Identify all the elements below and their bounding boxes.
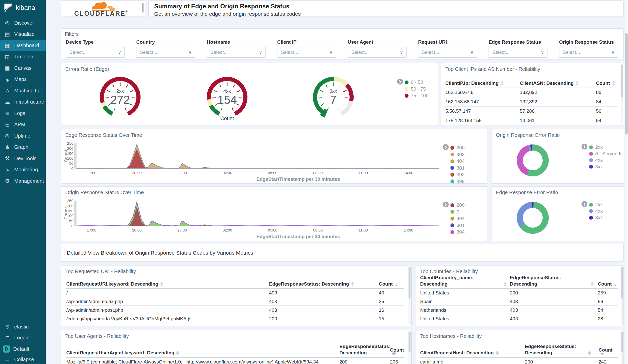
table-cell: Spain [420, 299, 507, 304]
user-icon: ⊙ [4, 324, 11, 330]
panel-scrollbar[interactable] [409, 332, 411, 364]
sidebar-item-management[interactable]: ⚙Management [0, 175, 46, 187]
legend-label: 0 [457, 209, 459, 215]
sort-icon[interactable] [612, 81, 615, 86]
legend-expand-icon[interactable]: ❯ [582, 201, 587, 207]
sort-icon[interactable] [501, 81, 504, 86]
legend-expand-icon[interactable]: ❯ [582, 144, 587, 150]
legend-expand-icon[interactable]: ❯ [443, 144, 449, 150]
filter-select-hostname[interactable]: Select...∨ [207, 47, 266, 58]
legend-item-404[interactable]: 404 [450, 158, 465, 164]
sort-icon[interactable] [504, 282, 507, 286]
legend-item-301[interactable]: 301 [450, 165, 465, 171]
filter-select-edge-response-status[interactable]: Select...∨ [489, 47, 547, 58]
sidebar-item-label: Default [13, 346, 29, 352]
panel-scrollbar[interactable] [409, 267, 411, 324]
kibana-logo[interactable]: kibana [4, 3, 35, 12]
column-header-edgeresponsestatus-descending[interactable]: EdgeResponseStatus: Descending [525, 339, 591, 356]
sidebar-item-dashboard[interactable]: ▦Dashboard [0, 40, 46, 51]
sidebar-item-infrastructure[interactable]: ☁Infrastructure [0, 96, 46, 108]
kibana-dashboard-app: kibana ◎Discover▤Visualize▦Dashboard◲Tim… [0, 0, 628, 364]
filter-select-origin-response-status[interactable]: Select...∨ [559, 47, 618, 58]
column-header-clientrequesturi-keyword-descending[interactable]: ClientRequestURI.keyword: Descending [66, 278, 264, 287]
sort-icon[interactable] [351, 282, 354, 286]
legend-expand-icon[interactable]: ❯ [397, 79, 403, 85]
legend-expand-icon[interactable]: ❯ [443, 202, 449, 207]
filter-select-device-type[interactable]: Select...∨ [66, 47, 125, 58]
filter-select-client-ip[interactable]: Select...∨ [277, 47, 336, 58]
sort-icon[interactable] [176, 351, 179, 355]
sort-icon[interactable] [392, 353, 395, 355]
legend-item-50-75[interactable]: 50 - 75 [405, 86, 426, 92]
logo-panel-scrollbar[interactable] [142, 3, 144, 14]
sort-icon[interactable] [591, 282, 594, 286]
legend-item-0[interactable]: 0 [450, 209, 459, 215]
column-header-count[interactable]: Count [390, 339, 408, 356]
column-header-edgeresponsestatus-descending[interactable]: EdgeResponseStatus: Descending [339, 339, 384, 356]
sidebar-item-timelion[interactable]: ◲Timelion [0, 51, 46, 62]
page-scrollbar-thumb[interactable] [625, 33, 628, 135]
column-header-clientip-country-name-descending[interactable]: ClientIP.country_name: Descending [420, 278, 507, 287]
sidebar-item-graph[interactable]: ⋔Graph [0, 142, 46, 153]
legend-item-304[interactable]: 304 [450, 229, 465, 235]
legend-item-2xx[interactable]: 2xx [589, 144, 603, 150]
sidebar-item-visualize[interactable]: ▤Visualize [0, 29, 46, 40]
column-header-clientip-ip-descending[interactable]: ClientIP.ip: Descending [445, 76, 518, 87]
table-cell: 242 [599, 359, 619, 364]
legend-item-301[interactable]: 301 [450, 223, 465, 228]
sort-icon[interactable] [588, 351, 591, 355]
sidebar-item-collapse[interactable]: ←Collapse [0, 354, 46, 364]
legend-item-404[interactable]: 404 [450, 216, 465, 221]
legend-item-0-50[interactable]: 0 - 50 [405, 79, 423, 85]
panel-scrollbar[interactable] [621, 332, 623, 364]
sidebar-item-maps[interactable]: ◈Maps [0, 74, 46, 85]
sort-icon[interactable] [601, 353, 604, 355]
sidebar-item-logout[interactable]: ⊏Logout [0, 332, 46, 343]
sidebar-item-canvas[interactable]: ▣Canvas [0, 62, 46, 74]
column-header-count[interactable]: Count [596, 76, 620, 87]
legend-item-4xx[interactable]: 4xx [589, 208, 603, 214]
sidebar-item-dev-tools[interactable]: ⚒Dev Tools [0, 153, 46, 164]
sidebar-item-discover[interactable]: ◎Discover [0, 17, 46, 28]
column-header-clientrequesthost-descending[interactable]: ClientRequestHost: Descending [420, 339, 519, 356]
legend-item-3xx[interactable]: 3xx [589, 215, 603, 220]
column-header-count[interactable]: Count [379, 278, 404, 287]
panel-scrollbar[interactable] [621, 64, 623, 124]
sort-icon[interactable] [576, 81, 579, 86]
legend-item-3xx[interactable]: 3xx [589, 164, 603, 170]
sidebar-item-machine-le[interactable]: ∴Machine Le... [0, 85, 46, 96]
sidebar-item-logs[interactable]: ≣Logs [0, 108, 46, 119]
sort-icon[interactable] [614, 285, 617, 286]
column-header-clientrequestuseragent-keyword-descending[interactable]: ClientRequestUserAgent.keyword: Descendi… [66, 339, 333, 356]
sidebar-item-default[interactable]: DDefault [0, 343, 46, 355]
column-header-edgeresponsestatus-descending[interactable]: EdgeResponseStatus: Descending [269, 278, 371, 287]
legend-item-499[interactable]: 499 [450, 179, 465, 184]
column-header-edgeresponsestatus-descending[interactable]: EdgeResponseStatus: Descending [510, 278, 594, 287]
filter-select-request-uri[interactable]: Select...∨ [418, 47, 477, 58]
column-header-clientasn-descending[interactable]: ClientASN: Descending [520, 76, 590, 87]
sidebar-item-apm[interactable]: ⊟APM [0, 119, 46, 130]
legend-item-200[interactable]: 200 [450, 202, 465, 208]
legend-item-75-100[interactable]: 75 - 100 [405, 93, 429, 98]
column-header-count[interactable]: Count [598, 278, 619, 287]
sidebar-item-elastic[interactable]: ⊙elastic [0, 321, 46, 332]
page-scrollbar[interactable] [624, 0, 628, 364]
sort-icon[interactable] [160, 282, 163, 286]
sidebar-item-uptime[interactable]: ◷Uptime [0, 130, 46, 141]
column-header-count[interactable]: Count [599, 339, 619, 356]
legend-item-200[interactable]: 200 [450, 145, 465, 151]
sort-icon[interactable] [395, 285, 398, 286]
filter-select-country[interactable]: Select...∨ [136, 47, 195, 58]
legend-swatch [405, 87, 409, 91]
legend-item-0-served-fr[interactable]: 0 - Served fr... [589, 151, 625, 157]
filter-select-user-agent[interactable]: Select...∨ [348, 47, 407, 58]
legend-item-2xx[interactable]: 2xx [589, 202, 603, 207]
sort-icon[interactable] [496, 351, 499, 355]
top-user-agents-panel: Top User Agents - Reliability ClientRequ… [61, 330, 412, 364]
legend-item-403[interactable]: 403 [450, 152, 465, 157]
panel-scrollbar[interactable] [621, 267, 623, 324]
legend-item-4xx[interactable]: 4xx [589, 157, 603, 163]
edge-response-area-chart: 05010015020025017:0020:0023:0002:0005:00… [61, 129, 488, 184]
sidebar-item-monitoring[interactable]: ∿Monitoring [0, 164, 46, 175]
legend-item-302[interactable]: 302 [450, 172, 465, 177]
